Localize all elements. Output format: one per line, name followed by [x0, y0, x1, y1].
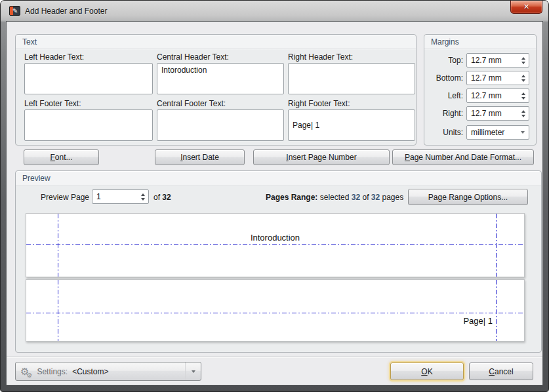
units-value[interactable]: millimeter	[467, 127, 517, 138]
margins-group: Margins Top: 12.7 mm Bottom:	[424, 34, 537, 146]
left-margin-guide-line	[58, 214, 58, 277]
preview-page-spin-down-icon[interactable]	[141, 198, 145, 201]
page-number-date-format-button[interactable]: Page Number And Date Format...	[392, 149, 534, 165]
footer-separator	[7, 357, 542, 358]
font-button[interactable]: Font...	[24, 149, 99, 165]
margin-row-bottom: Bottom: 12.7 mm	[424, 71, 536, 85]
text-group-caption: Text	[22, 37, 37, 47]
total-pages: 32	[162, 193, 171, 202]
gear-icon: ⚙⚙	[20, 366, 35, 376]
left-header-label: Left Header Text:	[24, 52, 84, 62]
page-range-options-button-label: Page Range Options...	[428, 193, 508, 202]
pages-range-of-word: of	[362, 193, 369, 202]
pages-range-selected-word: selected	[320, 193, 350, 202]
right-header-input[interactable]	[288, 63, 415, 94]
bottom-margin-spinner[interactable]: 12.7 mm	[466, 71, 529, 85]
preview-page-spinner[interactable]: 1	[92, 189, 149, 204]
insert-date-button-label: Insert Date	[180, 153, 219, 162]
margin-row-left: Left: 12.7 mm	[424, 88, 536, 103]
preview-page-value[interactable]: 1	[92, 190, 137, 203]
preview-page-total: of 32	[153, 193, 171, 202]
pages-range-selected-count: 32	[352, 193, 360, 202]
units-row: Units: millimeter	[424, 125, 536, 140]
margins-group-caption: Margins	[431, 37, 459, 47]
margin-row-right: Right: 12.7 mm	[424, 106, 536, 121]
top-margin-label: Top:	[424, 56, 466, 65]
settings-value: <Custom>	[72, 367, 185, 376]
window-title: Add Header and Footer	[25, 7, 107, 16]
central-header-input[interactable]: Intoroduction	[157, 63, 284, 94]
close-icon: ✕	[523, 3, 529, 11]
right-margin-label: Right:	[424, 109, 466, 118]
title-bar[interactable]: ✎ Add Header and Footer ✕	[1, 1, 548, 21]
insert-date-button[interactable]: Insert Date	[155, 149, 245, 165]
preview-footer-text: Page| 1	[463, 316, 493, 326]
cancel-button[interactable]: Cancel	[469, 363, 533, 380]
preview-page-label: Preview Page	[41, 193, 89, 202]
insert-page-number-button-label: Insert Page Number	[286, 153, 356, 162]
ok-button[interactable]: OK	[390, 363, 464, 380]
text-group-caption-row: Text	[16, 35, 416, 49]
top-margin-guide-line	[26, 244, 524, 245]
bottom-margin-spin-up-icon[interactable]	[521, 75, 525, 77]
pages-range-pages-word: pages	[382, 193, 404, 202]
font-button-label: Font...	[50, 153, 72, 162]
dialog-client-area: Text Left Header Text: Central Header Te…	[6, 21, 543, 385]
top-margin-spinner[interactable]: 12.7 mm	[466, 53, 529, 68]
right-margin-guide-line	[496, 214, 497, 277]
units-label: Units:	[424, 128, 466, 137]
page-range-options-button[interactable]: Page Range Options...	[408, 189, 528, 205]
settings-label: Settings:	[37, 367, 68, 376]
bottom-margin-guide-line	[26, 313, 524, 313]
right-footer-label: Right Footer Text:	[288, 99, 350, 108]
top-margin-spin-up-icon[interactable]	[521, 57, 525, 60]
preview-group-caption: Preview	[22, 174, 51, 183]
preview-page-bottom-strip: Page| 1	[26, 279, 525, 342]
left-margin-spinner[interactable]: 12.7 mm	[466, 88, 529, 103]
right-margin-spin-down-icon[interactable]	[521, 115, 525, 117]
app-icon[interactable]: ✎	[9, 6, 20, 16]
left-footer-input[interactable]	[24, 109, 153, 141]
text-group: Text Left Header Text: Central Header Te…	[15, 34, 417, 146]
right-footer-input[interactable]: Page| 1	[288, 109, 415, 141]
central-footer-input[interactable]	[157, 109, 284, 141]
right-header-label: Right Header Text:	[288, 52, 353, 62]
right-margin-value[interactable]: 12.7 mm	[467, 107, 518, 120]
settings-dropdown[interactable]: ⚙⚙ Settings: <Custom>	[15, 362, 201, 381]
pages-range-label: Pages Range:	[266, 193, 317, 202]
bottom-margin-label: Bottom:	[424, 73, 466, 83]
units-dropdown-icon[interactable]	[521, 131, 525, 134]
page-number-date-format-button-label: Page Number And Date Format...	[405, 153, 521, 162]
right-margin-spin-up-icon[interactable]	[521, 110, 525, 113]
cancel-button-label: Cancel	[489, 367, 513, 376]
units-select[interactable]: millimeter	[466, 125, 529, 140]
insert-page-number-button[interactable]: Insert Page Number	[253, 149, 390, 165]
pencil-icon: ✎	[12, 6, 18, 16]
preview-page-spin-up-icon[interactable]	[141, 193, 145, 196]
central-header-label: Central Header Text:	[157, 52, 229, 62]
settings-dropdown-icon	[192, 370, 195, 373]
left-footer-label: Left Footer Text:	[24, 99, 81, 108]
left-margin-label: Left:	[424, 91, 466, 100]
top-margin-value[interactable]: 12.7 mm	[467, 54, 518, 67]
settings-dropdown-arrow[interactable]	[185, 363, 201, 380]
preview-page-top-strip: Intoroduction	[26, 213, 525, 277]
bottom-margin-spin-down-icon[interactable]	[521, 79, 525, 82]
pages-range-text: Pages Range: selected 32 of 32 pages	[266, 193, 403, 202]
ok-button-label: OK	[421, 367, 432, 376]
preview-group: Preview Preview Page 1 of 32 Pages Range…	[15, 170, 542, 353]
left-margin-guide-line-bottom	[58, 280, 58, 341]
central-footer-label: Central Footer Text:	[157, 99, 226, 108]
left-header-input[interactable]	[24, 63, 153, 94]
bottom-margin-value[interactable]: 12.7 mm	[467, 71, 518, 85]
top-margin-spin-down-icon[interactable]	[521, 62, 525, 64]
left-margin-value[interactable]: 12.7 mm	[467, 89, 518, 102]
preview-header-text: Intoroduction	[26, 233, 524, 243]
left-margin-spin-down-icon[interactable]	[521, 97, 525, 100]
preview-group-caption-row: Preview	[16, 171, 541, 186]
pages-range-total-count: 32	[371, 193, 380, 202]
close-button[interactable]: ✕	[510, 1, 542, 14]
right-margin-spinner[interactable]: 12.7 mm	[466, 106, 529, 121]
add-header-footer-dialog: ✎ Add Header and Footer ✕ Text Left Head…	[0, 0, 549, 392]
left-margin-spin-up-icon[interactable]	[521, 92, 525, 95]
